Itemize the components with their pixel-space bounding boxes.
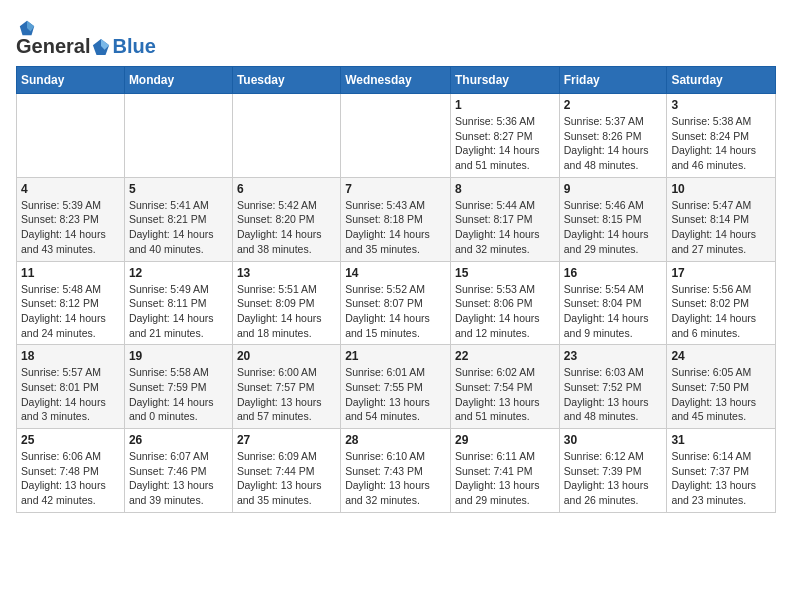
col-header-thursday: Thursday bbox=[450, 67, 559, 94]
day-cell: 24Sunrise: 6:05 AM Sunset: 7:50 PM Dayli… bbox=[667, 345, 776, 429]
day-info: Sunrise: 6:07 AM Sunset: 7:46 PM Dayligh… bbox=[129, 449, 228, 508]
week-row-5: 25Sunrise: 6:06 AM Sunset: 7:48 PM Dayli… bbox=[17, 429, 776, 513]
day-cell: 26Sunrise: 6:07 AM Sunset: 7:46 PM Dayli… bbox=[124, 429, 232, 513]
day-info: Sunrise: 6:09 AM Sunset: 7:44 PM Dayligh… bbox=[237, 449, 336, 508]
week-row-3: 11Sunrise: 5:48 AM Sunset: 8:12 PM Dayli… bbox=[17, 261, 776, 345]
day-info: Sunrise: 5:39 AM Sunset: 8:23 PM Dayligh… bbox=[21, 198, 120, 257]
day-number: 9 bbox=[564, 182, 663, 196]
calendar-table: SundayMondayTuesdayWednesdayThursdayFrid… bbox=[16, 66, 776, 513]
day-info: Sunrise: 6:10 AM Sunset: 7:43 PM Dayligh… bbox=[345, 449, 446, 508]
week-row-2: 4Sunrise: 5:39 AM Sunset: 8:23 PM Daylig… bbox=[17, 177, 776, 261]
day-cell: 7Sunrise: 5:43 AM Sunset: 8:18 PM Daylig… bbox=[341, 177, 451, 261]
day-cell bbox=[232, 94, 340, 178]
day-info: Sunrise: 5:37 AM Sunset: 8:26 PM Dayligh… bbox=[564, 114, 663, 173]
week-row-1: 1Sunrise: 5:36 AM Sunset: 8:27 PM Daylig… bbox=[17, 94, 776, 178]
day-number: 31 bbox=[671, 433, 771, 447]
day-info: Sunrise: 5:52 AM Sunset: 8:07 PM Dayligh… bbox=[345, 282, 446, 341]
day-cell: 12Sunrise: 5:49 AM Sunset: 8:11 PM Dayli… bbox=[124, 261, 232, 345]
day-cell: 31Sunrise: 6:14 AM Sunset: 7:37 PM Dayli… bbox=[667, 429, 776, 513]
logo-general-text2: General bbox=[16, 35, 90, 58]
day-info: Sunrise: 5:58 AM Sunset: 7:59 PM Dayligh… bbox=[129, 365, 228, 424]
logo-flag-icon bbox=[18, 19, 36, 37]
day-cell bbox=[341, 94, 451, 178]
day-number: 1 bbox=[455, 98, 555, 112]
day-info: Sunrise: 6:05 AM Sunset: 7:50 PM Dayligh… bbox=[671, 365, 771, 424]
col-header-saturday: Saturday bbox=[667, 67, 776, 94]
day-number: 24 bbox=[671, 349, 771, 363]
day-info: Sunrise: 6:14 AM Sunset: 7:37 PM Dayligh… bbox=[671, 449, 771, 508]
day-info: Sunrise: 5:43 AM Sunset: 8:18 PM Dayligh… bbox=[345, 198, 446, 257]
day-cell bbox=[17, 94, 125, 178]
day-info: Sunrise: 6:11 AM Sunset: 7:41 PM Dayligh… bbox=[455, 449, 555, 508]
day-number: 30 bbox=[564, 433, 663, 447]
logo-icon2 bbox=[92, 38, 110, 56]
day-number: 29 bbox=[455, 433, 555, 447]
day-info: Sunrise: 6:03 AM Sunset: 7:52 PM Dayligh… bbox=[564, 365, 663, 424]
day-number: 11 bbox=[21, 266, 120, 280]
header-row: SundayMondayTuesdayWednesdayThursdayFrid… bbox=[17, 67, 776, 94]
day-cell: 17Sunrise: 5:56 AM Sunset: 8:02 PM Dayli… bbox=[667, 261, 776, 345]
day-info: Sunrise: 5:38 AM Sunset: 8:24 PM Dayligh… bbox=[671, 114, 771, 173]
col-header-monday: Monday bbox=[124, 67, 232, 94]
day-cell: 10Sunrise: 5:47 AM Sunset: 8:14 PM Dayli… bbox=[667, 177, 776, 261]
day-info: Sunrise: 5:47 AM Sunset: 8:14 PM Dayligh… bbox=[671, 198, 771, 257]
day-number: 14 bbox=[345, 266, 446, 280]
day-number: 10 bbox=[671, 182, 771, 196]
day-number: 19 bbox=[129, 349, 228, 363]
day-cell: 6Sunrise: 5:42 AM Sunset: 8:20 PM Daylig… bbox=[232, 177, 340, 261]
day-cell: 23Sunrise: 6:03 AM Sunset: 7:52 PM Dayli… bbox=[559, 345, 667, 429]
day-number: 17 bbox=[671, 266, 771, 280]
day-cell: 21Sunrise: 6:01 AM Sunset: 7:55 PM Dayli… bbox=[341, 345, 451, 429]
day-number: 21 bbox=[345, 349, 446, 363]
day-cell: 9Sunrise: 5:46 AM Sunset: 8:15 PM Daylig… bbox=[559, 177, 667, 261]
day-cell: 2Sunrise: 5:37 AM Sunset: 8:26 PM Daylig… bbox=[559, 94, 667, 178]
day-info: Sunrise: 6:02 AM Sunset: 7:54 PM Dayligh… bbox=[455, 365, 555, 424]
day-info: Sunrise: 5:42 AM Sunset: 8:20 PM Dayligh… bbox=[237, 198, 336, 257]
week-row-4: 18Sunrise: 5:57 AM Sunset: 8:01 PM Dayli… bbox=[17, 345, 776, 429]
col-header-wednesday: Wednesday bbox=[341, 67, 451, 94]
day-info: Sunrise: 5:41 AM Sunset: 8:21 PM Dayligh… bbox=[129, 198, 228, 257]
logo: General Blue bbox=[16, 16, 156, 58]
day-number: 20 bbox=[237, 349, 336, 363]
day-cell: 1Sunrise: 5:36 AM Sunset: 8:27 PM Daylig… bbox=[450, 94, 559, 178]
day-info: Sunrise: 5:49 AM Sunset: 8:11 PM Dayligh… bbox=[129, 282, 228, 341]
day-cell: 20Sunrise: 6:00 AM Sunset: 7:57 PM Dayli… bbox=[232, 345, 340, 429]
col-header-friday: Friday bbox=[559, 67, 667, 94]
day-cell: 19Sunrise: 5:58 AM Sunset: 7:59 PM Dayli… bbox=[124, 345, 232, 429]
day-info: Sunrise: 6:12 AM Sunset: 7:39 PM Dayligh… bbox=[564, 449, 663, 508]
day-info: Sunrise: 5:48 AM Sunset: 8:12 PM Dayligh… bbox=[21, 282, 120, 341]
day-number: 26 bbox=[129, 433, 228, 447]
day-number: 27 bbox=[237, 433, 336, 447]
day-info: Sunrise: 5:57 AM Sunset: 8:01 PM Dayligh… bbox=[21, 365, 120, 424]
day-number: 5 bbox=[129, 182, 228, 196]
day-cell: 16Sunrise: 5:54 AM Sunset: 8:04 PM Dayli… bbox=[559, 261, 667, 345]
day-number: 13 bbox=[237, 266, 336, 280]
day-number: 16 bbox=[564, 266, 663, 280]
day-info: Sunrise: 5:51 AM Sunset: 8:09 PM Dayligh… bbox=[237, 282, 336, 341]
day-cell bbox=[124, 94, 232, 178]
day-cell: 30Sunrise: 6:12 AM Sunset: 7:39 PM Dayli… bbox=[559, 429, 667, 513]
day-cell: 29Sunrise: 6:11 AM Sunset: 7:41 PM Dayli… bbox=[450, 429, 559, 513]
day-number: 3 bbox=[671, 98, 771, 112]
day-cell: 11Sunrise: 5:48 AM Sunset: 8:12 PM Dayli… bbox=[17, 261, 125, 345]
day-cell: 15Sunrise: 5:53 AM Sunset: 8:06 PM Dayli… bbox=[450, 261, 559, 345]
day-info: Sunrise: 5:53 AM Sunset: 8:06 PM Dayligh… bbox=[455, 282, 555, 341]
logo-blue-text: Blue bbox=[112, 35, 155, 58]
day-info: Sunrise: 6:00 AM Sunset: 7:57 PM Dayligh… bbox=[237, 365, 336, 424]
day-number: 23 bbox=[564, 349, 663, 363]
day-cell: 28Sunrise: 6:10 AM Sunset: 7:43 PM Dayli… bbox=[341, 429, 451, 513]
day-number: 12 bbox=[129, 266, 228, 280]
day-cell: 27Sunrise: 6:09 AM Sunset: 7:44 PM Dayli… bbox=[232, 429, 340, 513]
day-number: 7 bbox=[345, 182, 446, 196]
day-info: Sunrise: 5:54 AM Sunset: 8:04 PM Dayligh… bbox=[564, 282, 663, 341]
day-cell: 3Sunrise: 5:38 AM Sunset: 8:24 PM Daylig… bbox=[667, 94, 776, 178]
day-number: 8 bbox=[455, 182, 555, 196]
day-number: 25 bbox=[21, 433, 120, 447]
day-cell: 5Sunrise: 5:41 AM Sunset: 8:21 PM Daylig… bbox=[124, 177, 232, 261]
header: General Blue bbox=[16, 16, 776, 58]
day-cell: 14Sunrise: 5:52 AM Sunset: 8:07 PM Dayli… bbox=[341, 261, 451, 345]
day-number: 28 bbox=[345, 433, 446, 447]
day-number: 6 bbox=[237, 182, 336, 196]
col-header-tuesday: Tuesday bbox=[232, 67, 340, 94]
day-cell: 4Sunrise: 5:39 AM Sunset: 8:23 PM Daylig… bbox=[17, 177, 125, 261]
